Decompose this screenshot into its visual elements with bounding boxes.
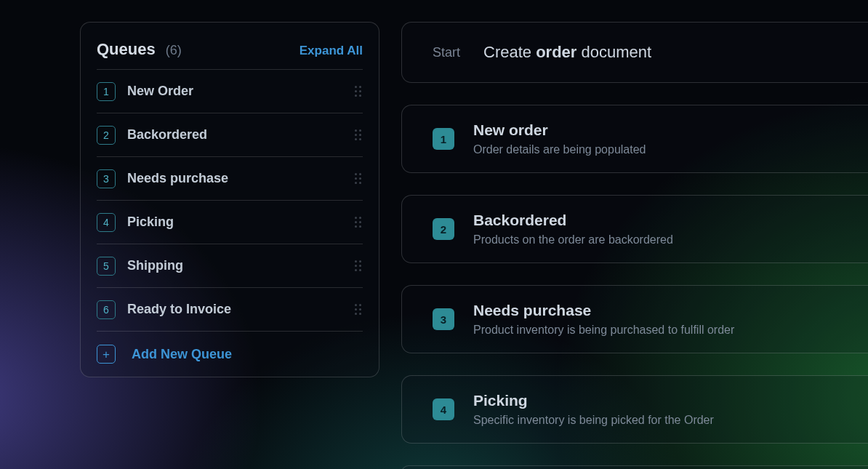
- step-description: Product inventory is being purchased to …: [473, 324, 734, 337]
- add-new-queue-button[interactable]: + Add New Queue: [97, 332, 363, 364]
- step-title: Needs purchase: [473, 302, 734, 319]
- queue-row-new-order[interactable]: 1 New Order: [97, 70, 363, 113]
- step-number-badge: 2: [433, 218, 454, 240]
- plus-icon: +: [97, 345, 116, 364]
- drag-handle-icon[interactable]: [353, 173, 363, 184]
- drag-handle-icon[interactable]: [353, 129, 363, 140]
- start-label: Start: [433, 45, 460, 60]
- queue-number-badge: 1: [97, 82, 116, 101]
- queue-number-badge: 5: [97, 257, 116, 276]
- queues-count: (6): [166, 43, 182, 58]
- queue-row-picking[interactable]: 4 Picking: [97, 201, 363, 244]
- queue-label: Shipping: [127, 258, 341, 273]
- queue-number-badge: 3: [97, 169, 116, 188]
- drag-handle-icon[interactable]: [353, 86, 363, 97]
- step-number-badge: 3: [433, 308, 454, 330]
- queue-label: New Order: [127, 84, 341, 99]
- step-title: Backordered: [473, 212, 673, 229]
- queue-label: Needs purchase: [127, 171, 341, 186]
- queue-label: Picking: [127, 215, 341, 230]
- step-title: New order: [473, 121, 646, 139]
- step-card-new-order[interactable]: 1 New order Order details are being popu…: [401, 105, 868, 173]
- queue-label: Backordered: [127, 127, 341, 143]
- step-card-partial[interactable]: [401, 465, 868, 469]
- queues-panel: Queues (6) Expand All 1 New Order 2 Back…: [80, 22, 379, 377]
- queues-title: Queues: [97, 40, 156, 59]
- drag-handle-icon[interactable]: [353, 217, 363, 228]
- step-description: Order details are being populated: [473, 143, 646, 156]
- workflow-main: Start Create order document 1 New order …: [401, 22, 868, 469]
- step-number-badge: 1: [433, 128, 454, 150]
- queue-label: Ready to Invoice: [127, 302, 341, 317]
- step-description: Specific inventory is being picked for t…: [473, 414, 714, 427]
- step-title: Picking: [473, 392, 714, 409]
- queue-row-backordered[interactable]: 2 Backordered: [97, 113, 363, 157]
- queue-row-shipping[interactable]: 5 Shipping: [97, 244, 363, 288]
- queues-panel-header: Queues (6) Expand All: [97, 40, 363, 70]
- drag-handle-icon[interactable]: [353, 260, 363, 271]
- step-card-backordered[interactable]: 2 Backordered Products on the order are …: [401, 195, 868, 263]
- step-number-badge: 4: [433, 398, 454, 420]
- queue-number-badge: 4: [97, 213, 116, 232]
- queue-row-needs-purchase[interactable]: 3 Needs purchase: [97, 157, 363, 201]
- queue-row-ready-to-invoice[interactable]: 6 Ready to Invoice: [97, 288, 363, 332]
- start-step-title: Create order document: [483, 43, 651, 62]
- start-step-card[interactable]: Start Create order document: [401, 22, 868, 83]
- drag-handle-icon[interactable]: [353, 304, 363, 315]
- step-description: Products on the order are backordered: [473, 233, 673, 246]
- step-card-needs-purchase[interactable]: 3 Needs purchase Product inventory is be…: [401, 285, 868, 353]
- step-card-picking[interactable]: 4 Picking Specific inventory is being pi…: [401, 375, 868, 444]
- queue-number-badge: 6: [97, 300, 116, 319]
- queue-number-badge: 2: [97, 126, 116, 145]
- expand-all-link[interactable]: Expand All: [300, 44, 363, 58]
- add-new-queue-label: Add New Queue: [132, 347, 232, 362]
